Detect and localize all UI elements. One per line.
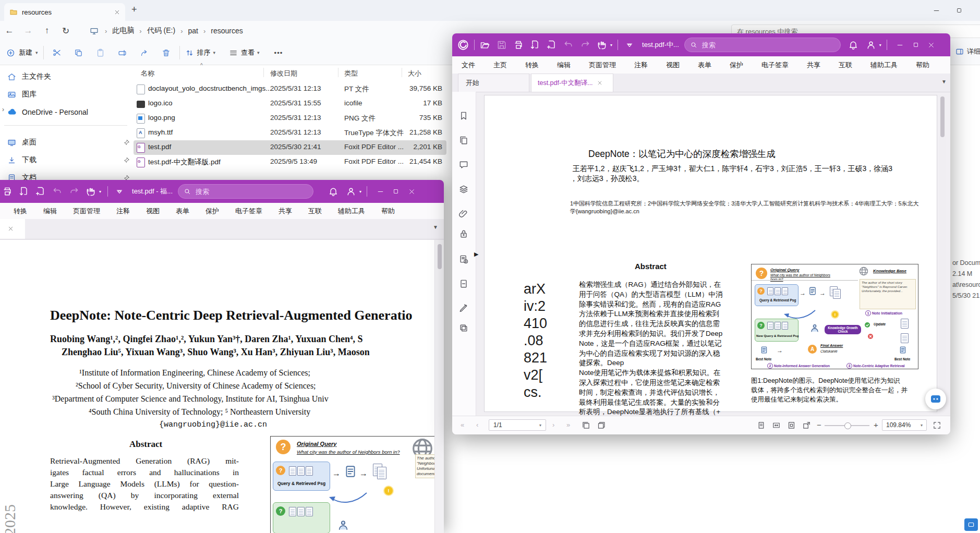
add-doc-icon[interactable] — [547, 40, 557, 50]
page-dropdown[interactable]: ▾ — [539, 423, 541, 428]
foxit-right-search-input[interactable] — [701, 41, 766, 50]
scrollbar-thumb[interactable] — [438, 244, 442, 269]
menu-home[interactable]: 主页 — [493, 60, 507, 70]
signature-panel-icon[interactable] — [458, 302, 469, 312]
explorer-minimize-button[interactable] — [928, 3, 944, 18]
file-row[interactable]: doclayout_yolo_docstructbench_imgs...202… — [134, 82, 446, 96]
cut-icon[interactable] — [49, 45, 65, 60]
quick-bar-dropdown-icon[interactable] — [625, 41, 634, 49]
account-icon[interactable] — [866, 40, 876, 50]
menu-form[interactable]: 表单 — [176, 207, 189, 216]
menu-protect[interactable]: 保护 — [730, 60, 743, 70]
explorer-tab[interactable]: resources — [4, 3, 125, 21]
zoom-out-button[interactable]: − — [817, 420, 821, 429]
foxit-left-close-button[interactable] — [404, 184, 419, 199]
sidebar-item-gallery[interactable]: 图库 — [7, 87, 131, 102]
menu-edit[interactable]: 编辑 — [557, 60, 571, 70]
zoom-slider-knob[interactable] — [844, 422, 851, 429]
file-row[interactable]: logo.ico2025/5/31 15:55 icofile17 KB — [134, 96, 446, 111]
prev-page-button[interactable]: ‹ — [476, 421, 478, 429]
scrollbar-thumb[interactable] — [940, 96, 945, 137]
hand-tool-dropdown[interactable]: ▾ — [99, 189, 101, 194]
column-type[interactable]: 类型 — [344, 69, 358, 78]
new-button[interactable]: 新建 ▾ — [6, 48, 38, 57]
tab-close-icon[interactable] — [597, 80, 602, 86]
menu-view[interactable]: 视图 — [146, 207, 160, 216]
column-name[interactable]: 名称 — [141, 69, 154, 78]
corner-widget[interactable] — [964, 518, 978, 531]
foxit-left-maximize-button[interactable] — [388, 184, 404, 199]
menu-convert[interactable]: 转换 — [525, 60, 539, 70]
menu-esign[interactable]: 电子签章 — [235, 207, 262, 216]
clipboard-view-icon[interactable] — [597, 421, 606, 430]
menu-share[interactable]: 共享 — [807, 60, 820, 70]
tab-close-icon[interactable] — [114, 9, 120, 15]
file-row[interactable]: logo.png2025/5/31 12:13 PNG 文件735 KB — [134, 111, 446, 126]
first-page-button[interactable]: « — [461, 421, 464, 429]
duplicate-panel-icon[interactable] — [458, 323, 469, 333]
menu-convert[interactable]: 转换 — [14, 207, 27, 216]
menu-protect[interactable]: 保护 — [205, 207, 219, 216]
column-size[interactable]: 大小 — [408, 69, 421, 78]
redo-icon[interactable] — [580, 40, 590, 50]
foxit-right-search[interactable] — [684, 38, 841, 52]
ai-assistant-button[interactable] — [925, 389, 946, 409]
save-icon[interactable] — [497, 40, 507, 50]
foxit-left-minimize-button[interactable] — [372, 184, 388, 199]
pages-panel-icon[interactable] — [458, 135, 469, 146]
breadcrumb-pat[interactable]: pat — [184, 27, 202, 35]
attachments-panel-icon[interactable] — [458, 209, 469, 219]
fit-width-icon[interactable] — [772, 421, 781, 430]
menu-accessibility[interactable]: 辅助工具 — [338, 207, 365, 216]
delete-icon[interactable] — [159, 45, 174, 60]
explorer-maximize-button[interactable] — [951, 3, 967, 18]
rotate-view-icon[interactable] — [802, 421, 811, 430]
hand-tool-dropdown[interactable]: ▾ — [610, 43, 612, 47]
panel-expand-arrow[interactable]: ▶ — [474, 251, 478, 258]
account-dropdown[interactable]: ▾ — [359, 189, 361, 194]
shared-review-panel-icon[interactable] — [458, 254, 469, 264]
doc-tab-remnant[interactable] — [0, 219, 25, 239]
scrollbar-track[interactable] — [939, 95, 946, 412]
foxit-right-minimize-button[interactable] — [892, 37, 908, 53]
undo-icon[interactable] — [52, 186, 63, 197]
foxit-left-search[interactable] — [178, 184, 313, 199]
export-doc-icon[interactable] — [19, 186, 29, 197]
bell-icon[interactable] — [328, 186, 338, 197]
next-page-button[interactable]: › — [552, 421, 554, 429]
tab-close-icon[interactable] — [8, 226, 14, 232]
bookmark-panel-icon[interactable] — [458, 111, 469, 121]
export-doc-icon[interactable] — [530, 40, 540, 50]
refresh-icon[interactable]: ↻ — [56, 26, 75, 37]
fit-page-icon[interactable] — [787, 421, 796, 430]
sidebar-item-desktop[interactable]: 桌面 — [7, 135, 131, 150]
print-icon[interactable] — [2, 186, 13, 197]
print-icon[interactable] — [513, 40, 524, 50]
zoom-level-box[interactable]: 109.84% ▾ — [882, 419, 927, 431]
tab-start[interactable]: 开始 — [458, 74, 529, 92]
menu-esign[interactable]: 电子签章 — [761, 60, 789, 70]
sidebar-item-onedrive[interactable]: OneDrive - Personal — [7, 104, 131, 120]
account-dropdown[interactable]: ▾ — [879, 43, 881, 47]
breadcrumb-drive[interactable]: 代码 (E:) — [143, 26, 179, 35]
menu-page-manage[interactable]: 页面管理 — [73, 207, 100, 216]
tab-list-dropdown[interactable]: ▼ — [941, 79, 947, 84]
menu-file[interactable]: 文件 — [462, 60, 475, 70]
menu-help[interactable]: 帮助 — [916, 60, 929, 70]
foxit-right-close-button[interactable] — [924, 37, 939, 53]
last-page-button[interactable]: » — [566, 421, 570, 429]
onedrive-expand-chevron[interactable]: › — [2, 106, 4, 113]
menu-form[interactable]: 表单 — [698, 60, 711, 70]
menu-comment[interactable]: 注释 — [634, 60, 648, 70]
file-row[interactable]: A msyh.ttf2025/5/31 12:13 TrueType 字体文件2… — [134, 126, 446, 140]
breadcrumb-resources[interactable]: resources — [207, 27, 247, 35]
menu-view[interactable]: 视图 — [666, 60, 680, 70]
hand-tool-icon[interactable] — [597, 40, 607, 50]
view-button[interactable]: 查看▾ — [229, 48, 260, 57]
menu-help[interactable]: 帮助 — [381, 207, 395, 216]
zoom-slider-track[interactable] — [825, 425, 869, 426]
copy-icon[interactable] — [71, 45, 87, 60]
foxit-right-maximize-button[interactable] — [908, 37, 924, 53]
menu-connect[interactable]: 互联 — [308, 207, 322, 216]
redo-icon[interactable] — [69, 186, 79, 197]
